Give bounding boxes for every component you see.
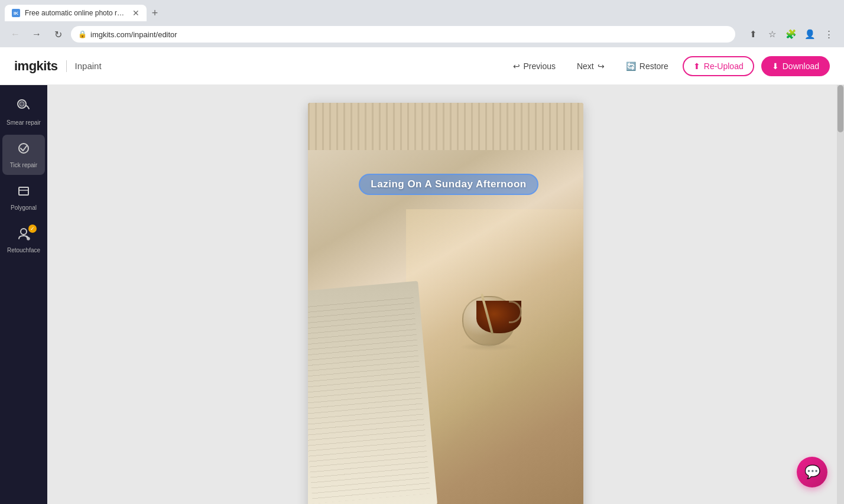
- smear-repair-icon: [16, 98, 31, 116]
- browser-actions: ⬆ ☆ 🧩 👤 ⋮: [745, 26, 837, 43]
- restore-button[interactable]: 🔄 Restore: [619, 57, 676, 76]
- logo: imgkits: [14, 58, 58, 74]
- back-button[interactable]: ←: [7, 26, 24, 43]
- book-element: [308, 281, 437, 504]
- bookmark-button[interactable]: ☆: [764, 26, 780, 43]
- scrollbar-track[interactable]: [837, 85, 844, 504]
- reupload-icon: ⬆: [693, 61, 700, 71]
- nav-actions: ↩ Previous Next ↪ 🔄 Restore ⬆ Re-Upload …: [506, 56, 830, 76]
- new-tab-button[interactable]: +: [147, 5, 163, 21]
- share-button[interactable]: ⬆: [745, 26, 761, 43]
- chat-support-button[interactable]: 💬: [797, 457, 827, 487]
- badge-icon: [28, 225, 37, 233]
- browser-chrome: IK Free automatic online photo ret… ✕ + …: [0, 0, 844, 47]
- bed-area: [308, 150, 583, 504]
- next-label: Next: [577, 61, 594, 71]
- polygonal-label: Polygonal: [11, 204, 37, 212]
- logo-separator: [66, 60, 67, 72]
- lock-icon: 🔒: [78, 30, 87, 38]
- tab-close-button[interactable]: ✕: [132, 8, 139, 18]
- reupload-label: Re-Upload: [704, 61, 744, 71]
- inpaint-selection-highlight[interactable]: Lazing On A Sunday Afternoon: [359, 174, 538, 195]
- main-content: Smear repair Tick repair: [0, 85, 844, 504]
- tea-cup: [453, 286, 524, 351]
- tab-favicon: IK: [12, 9, 20, 17]
- tick-repair-label: Tick repair: [10, 162, 37, 169]
- smear-repair-label: Smear repair: [7, 119, 41, 126]
- inpaint-text-overlay[interactable]: Lazing On A Sunday Afternoon: [320, 174, 577, 195]
- reupload-button[interactable]: ⬆ Re-Upload: [683, 56, 754, 76]
- next-button[interactable]: Next ↪: [570, 57, 612, 76]
- retouchface-label: Retouchface: [7, 247, 40, 254]
- address-bar: ← → ↻ 🔒 imgkits.com/inpaint/editor ⬆ ☆ 🧩…: [0, 21, 844, 47]
- sidebar-item-retouchface[interactable]: Retouchface: [2, 220, 45, 260]
- top-nav: imgkits Inpaint ↩ Previous Next ↪ 🔄 Rest…: [0, 47, 844, 85]
- address-text: imgkits.com/inpaint/editor: [90, 30, 177, 39]
- download-label: Download: [783, 61, 819, 71]
- download-button[interactable]: ⬇ Download: [761, 56, 830, 76]
- svg-point-5: [21, 229, 27, 235]
- radiator-element: [308, 103, 583, 156]
- forward-button[interactable]: →: [28, 26, 45, 43]
- restore-icon: 🔄: [626, 61, 636, 71]
- tick-repair-icon: [16, 141, 31, 158]
- canvas-area[interactable]: Lazing On A Sunday Afternoon: [47, 85, 844, 504]
- address-input[interactable]: 🔒 imgkits.com/inpaint/editor: [71, 26, 735, 43]
- svg-rect-3: [19, 187, 28, 195]
- book-lines: [308, 293, 430, 503]
- active-tab[interactable]: IK Free automatic online photo ret… ✕: [5, 5, 147, 21]
- download-icon: ⬇: [772, 61, 779, 71]
- next-icon: ↪: [598, 61, 605, 71]
- restore-label: Restore: [640, 61, 668, 71]
- scrollbar-thumb[interactable]: [837, 85, 843, 132]
- sidebar-item-polygonal[interactable]: Polygonal: [2, 177, 45, 217]
- sidebar-item-tick-repair[interactable]: Tick repair: [2, 135, 45, 175]
- previous-button[interactable]: ↩ Previous: [506, 57, 563, 76]
- previous-label: Previous: [524, 61, 556, 71]
- extensions-button[interactable]: 🧩: [783, 26, 799, 43]
- section-label: Inpaint: [75, 61, 102, 71]
- sidebar: Smear repair Tick repair: [0, 85, 47, 504]
- photo-canvas[interactable]: Lazing On A Sunday Afternoon: [308, 103, 583, 504]
- polygonal-icon: [16, 183, 31, 201]
- previous-icon: ↩: [513, 61, 520, 71]
- tab-title: Free automatic online photo ret…: [25, 9, 128, 17]
- profile-button[interactable]: 👤: [801, 26, 818, 43]
- sidebar-item-smear-repair[interactable]: Smear repair: [2, 92, 45, 132]
- tab-bar: IK Free automatic online photo ret… ✕ +: [0, 0, 844, 21]
- svg-point-1: [20, 102, 24, 106]
- reload-button[interactable]: ↻: [50, 26, 66, 43]
- app: imgkits Inpaint ↩ Previous Next ↪ 🔄 Rest…: [0, 47, 844, 504]
- menu-button[interactable]: ⋮: [820, 26, 837, 43]
- photo-background: [308, 103, 583, 504]
